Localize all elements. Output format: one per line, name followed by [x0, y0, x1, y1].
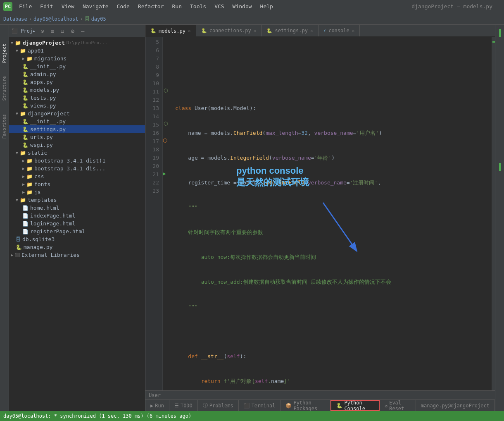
- right-scrollbar[interactable]: [492, 37, 495, 390]
- tab-settings-py[interactable]: 🐍 settings.py ✕: [262, 25, 318, 36]
- tree-fonts[interactable]: ▶ 📁 fonts: [9, 180, 145, 188]
- tree-admin[interactable]: 🐍 admin.py: [9, 70, 145, 78]
- tree-djangoproject-inner[interactable]: ▼ 📁 djangoProject: [9, 110, 145, 117]
- tab-models-close[interactable]: ✕: [188, 28, 191, 33]
- tree-css[interactable]: ▶ 📁 css: [9, 172, 145, 180]
- tree-root[interactable]: ▼ 📁 djangoProject D:\pythonPro...: [9, 39, 145, 47]
- tab-connections-close[interactable]: ✕: [254, 28, 257, 33]
- tree-templates[interactable]: ▼ 📁 templates: [9, 196, 145, 204]
- tree-wsgi[interactable]: 🐍 wsgi.py: [9, 141, 145, 149]
- right-scroll-indicator-bottom: [499, 163, 501, 171]
- bottom-manage-label: manage.py@djangoProject: [421, 403, 490, 409]
- minimize-btn[interactable]: —: [79, 27, 86, 35]
- status-text: day05@localhost: * synchronized (1 sec, …: [3, 413, 191, 419]
- code-line-7: class User(models.Model):: [175, 104, 488, 112]
- tab-settings-label: settings.py: [275, 28, 307, 33]
- tab-console-close[interactable]: ✕: [352, 28, 355, 33]
- tree-index-html[interactable]: 📄 indexPage.html: [9, 212, 145, 220]
- bottom-tab-eval-reset[interactable]: ↺ Eval Reset: [380, 400, 416, 411]
- bottom-problems-label: Problems: [209, 403, 233, 409]
- models-py-icon: 🐍: [150, 28, 156, 33]
- tree-bootstrap1[interactable]: ▶ 📁 bootstrap-3.4.1-dist(1: [9, 157, 145, 165]
- tree-urls[interactable]: 🐍 urls.py: [9, 133, 145, 141]
- code-editor[interactable]: 5 6 7 8 9 10 11 12 13 14 15 16 17 18 19 …: [145, 37, 495, 390]
- app-window: PC File Edit View Navigate Code Refactor…: [0, 0, 504, 421]
- sync-btn[interactable]: ⊙: [39, 27, 45, 35]
- right-sidebar: [495, 25, 504, 411]
- tree-sqlite[interactable]: 🗄 db.sqlite3: [9, 235, 145, 243]
- tab-bar: 🐍 models.py ✕ 🐍 connections.py ✕ 🐍 setti…: [145, 25, 495, 37]
- tab-models-py[interactable]: 🐍 models.py ✕: [145, 25, 196, 36]
- tree-settings[interactable]: 🐍 settings.py: [9, 125, 145, 133]
- code-line-16: [175, 328, 488, 336]
- tree-app01[interactable]: ▼ 📁 app01: [9, 47, 145, 55]
- collapse-all-btn[interactable]: ⇊: [59, 27, 66, 35]
- code-line-13: auto_now:每次操作数据都会自动更新当前时间: [175, 253, 488, 261]
- tab-connections-py[interactable]: 🐍 connections.py ✕: [196, 25, 262, 36]
- menu-navigate[interactable]: Navigate: [79, 2, 112, 10]
- menu-view[interactable]: View: [58, 2, 78, 10]
- tab-connections-label: connections.py: [209, 28, 251, 33]
- bottom-tab-todo[interactable]: ☰ TODO: [169, 400, 198, 411]
- tree-bootstrap2[interactable]: ▶ 📁 bootstrap-3.4.1-dis...: [9, 165, 145, 172]
- code-line-14: auto_now_add:创建数据自动获取当前时间 后续修改不人为操作的情况下不…: [175, 278, 488, 286]
- settings-btn[interactable]: ⚙: [69, 27, 76, 35]
- menu-window[interactable]: Window: [229, 2, 255, 10]
- bottom-tabs-panel: ▶ Run ☰ TODO ⓘ Problems ⬛ Terminal 📦: [145, 399, 495, 411]
- tree-init-dp[interactable]: 🐍 __init__.py: [9, 117, 145, 125]
- bottom-tab-run[interactable]: ▶ Run: [145, 400, 169, 411]
- title-bar: PC File Edit View Navigate Code Refactor…: [0, 0, 504, 13]
- menu-tools[interactable]: Tools: [187, 2, 209, 10]
- run-marker-21: ▶: [163, 170, 166, 177]
- settings-py-icon: 🐍: [266, 28, 272, 33]
- tree-init-app01[interactable]: 🐍 __init__.py: [9, 62, 145, 70]
- left-tab-structure[interactable]: Structure: [2, 74, 7, 103]
- tree-migrations[interactable]: ▶ 📁 migrations: [9, 55, 145, 62]
- menu-code[interactable]: Code: [114, 2, 133, 10]
- bottom-tab-python-console[interactable]: 🐍 Python Console: [330, 400, 380, 411]
- todo-icon: ☰: [174, 403, 179, 409]
- collapse-btn[interactable]: ≡: [49, 27, 56, 35]
- tree-ext-libs[interactable]: ▶ ⬛ External Libraries: [9, 251, 145, 259]
- left-tab-favorites[interactable]: Favorites: [2, 112, 7, 141]
- menu-help[interactable]: Help: [257, 2, 276, 10]
- menu-vcs[interactable]: VCS: [211, 2, 227, 10]
- tree-home-html[interactable]: 📄 home.html: [9, 204, 145, 212]
- tree-login-html[interactable]: 📄 loginPage.html: [9, 220, 145, 227]
- bottom-tab-problems[interactable]: ⓘ Problems: [198, 400, 239, 411]
- tree-static[interactable]: ▼ 📁 static: [9, 149, 145, 157]
- breadcrumb: Database › day05@localhost › 🗄 day05: [0, 13, 504, 25]
- menu-run[interactable]: Run: [169, 2, 185, 10]
- menu-file[interactable]: File: [16, 2, 35, 10]
- project-panel: ⬛ Proj▸ ⊙ ≡ ⇊ ⚙ — ▼ 📁 djangoProject D:\p…: [9, 25, 145, 411]
- code-line-10: register_time = models.DateTimeField(ver…: [175, 179, 488, 187]
- code-content[interactable]: class User(models.Model): name = models.…: [172, 37, 492, 390]
- tree-views[interactable]: 🐍 views.py: [9, 102, 145, 110]
- bookmark-marker-11: ⬡: [164, 88, 168, 93]
- breadcrumb-day05[interactable]: day05: [91, 16, 106, 22]
- tree-js[interactable]: ▶ 📁 js: [9, 188, 145, 196]
- bottom-terminal-label: Terminal: [252, 403, 276, 409]
- eval-reset-icon: ↺: [385, 403, 388, 409]
- run-icon: ▶: [150, 403, 153, 409]
- menu-refactor[interactable]: Refactor: [135, 2, 167, 10]
- bottom-tab-terminal[interactable]: ⬛ Terminal: [239, 400, 281, 411]
- tab-console[interactable]: ⚡ console ✕: [319, 25, 360, 36]
- tree-apps[interactable]: 🐍 apps.py: [9, 78, 145, 86]
- left-tab-project[interactable]: Project: [2, 41, 7, 65]
- tab-settings-close[interactable]: ✕: [310, 28, 313, 33]
- bottom-tab-packages[interactable]: 📦 Python Packages: [281, 400, 330, 411]
- menu-edit[interactable]: Edit: [37, 2, 56, 10]
- tree-manage[interactable]: 🐍 manage.py: [9, 243, 145, 251]
- tree-register-html[interactable]: 📄 registerPage.html: [9, 227, 145, 235]
- tree-tests[interactable]: 🐍 tests.py: [9, 94, 145, 102]
- bottom-tab-manage[interactable]: manage.py@djangoProject: [416, 400, 495, 411]
- app-icon: PC: [3, 2, 12, 11]
- packages-icon: 📦: [285, 403, 292, 409]
- breadcrumb-db[interactable]: Database: [3, 16, 27, 22]
- run-marker-17: ⬡: [163, 137, 167, 144]
- tree-models[interactable]: 🐍 models.py: [9, 86, 145, 94]
- bottom-python-console-label: Python Console: [344, 400, 374, 411]
- breadcrumb-host[interactable]: day05@localhost: [33, 16, 78, 22]
- editor-status-bar: User: [145, 390, 495, 399]
